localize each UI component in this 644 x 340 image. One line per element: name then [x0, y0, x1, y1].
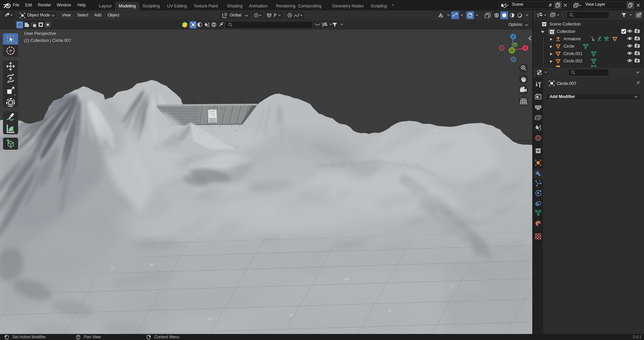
- svg-text:X: X: [524, 46, 527, 50]
- svg-text:Z: Z: [512, 35, 514, 39]
- svg-text:Y: Y: [514, 43, 516, 47]
